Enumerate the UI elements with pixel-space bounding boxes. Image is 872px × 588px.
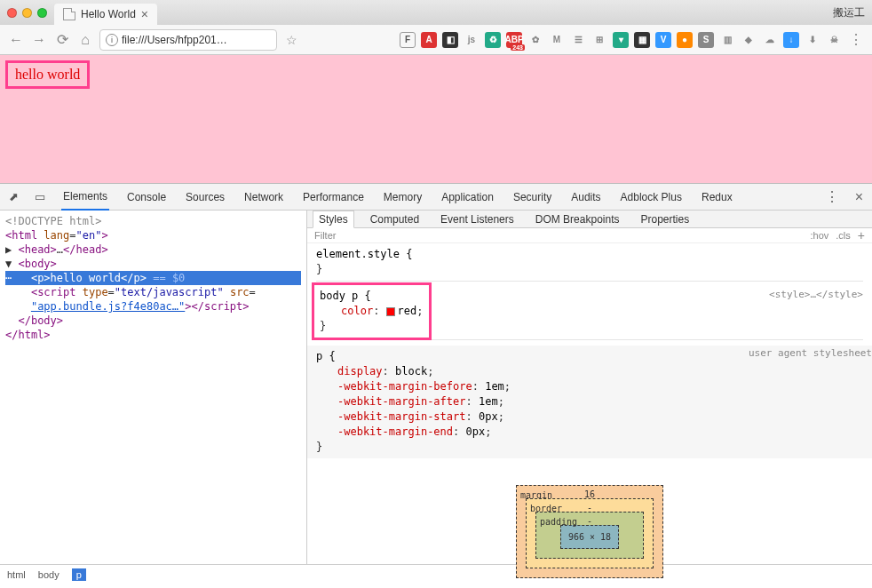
ext-icon[interactable]: js — [464, 32, 480, 48]
profile-label[interactable]: 搬运工 — [833, 5, 865, 20]
new-rule-icon[interactable]: + — [858, 228, 865, 242]
browser-toolbar: ← → ⟳ ⌂ i file:///Users/hfpp201… ☆ F A ◧… — [0, 25, 872, 55]
tab-adblock[interactable]: Adblock Plus — [619, 184, 684, 211]
devtools-panel: ⬈ ▭ Elements Console Sources Network Per… — [0, 183, 872, 584]
ext-icon[interactable]: V — [655, 32, 671, 48]
subtab-dom-breakpoints[interactable]: DOM Breakpoints — [530, 211, 625, 227]
elements-tree-pane[interactable]: <!DOCTYPE html> <html lang="en"> ▶ <head… — [0, 211, 307, 564]
rule-origin-ua: user agent stylesheet — [749, 346, 872, 361]
cls-toggle[interactable]: .cls — [836, 230, 851, 241]
color-swatch-icon[interactable] — [386, 307, 395, 316]
ext-icon[interactable]: S — [698, 32, 714, 48]
ext-icon[interactable]: ⊞ — [591, 32, 607, 48]
adblock-icon[interactable]: ABP — [506, 32, 522, 48]
body-close-node[interactable]: </body> — [5, 314, 301, 328]
site-info-icon[interactable]: i — [106, 34, 118, 46]
page-viewport: hello world — [0, 55, 872, 183]
script-src-node[interactable]: "app.bundle.js?f4e80ac…"></script> — [5, 299, 301, 314]
qr-icon[interactable]: ▦ — [634, 32, 650, 48]
ext-icon[interactable]: ☠ — [826, 32, 842, 48]
ext-icon[interactable]: ▥ — [719, 32, 735, 48]
subtab-event-listeners[interactable]: Event Listeners — [435, 211, 519, 227]
subtab-styles[interactable]: Styles — [313, 211, 354, 228]
ext-icon[interactable]: F — [400, 32, 416, 48]
ext-icon[interactable]: ◧ — [442, 32, 458, 48]
ext-icon[interactable]: ◆ — [741, 32, 757, 48]
extension-icons: F A ◧ js ♻ ABP ✿ M ☰ ⊞ ▾ ▦ V ● S ▥ ◆ ☁ ↓… — [400, 31, 865, 48]
ext-icon[interactable]: ♻ — [485, 32, 501, 48]
home-button[interactable]: ⌂ — [76, 32, 94, 48]
cloud-icon[interactable]: ☁ — [762, 32, 778, 48]
device-toggle-icon[interactable]: ▭ — [35, 190, 45, 203]
devtools-tabbar: ⬈ ▭ Elements Console Sources Network Per… — [0, 184, 872, 211]
user-agent-rule[interactable]: user agent stylesheet p { display: block… — [307, 346, 872, 458]
selected-p-node[interactable]: ⋯ <p>hello world</p> == $0 — [5, 271, 301, 285]
tab-performance[interactable]: Performance — [301, 184, 366, 211]
tab-title: Hello World — [81, 8, 136, 20]
crumb-body[interactable]: body — [38, 569, 59, 580]
tab-application[interactable]: Application — [440, 184, 495, 211]
tab-redux[interactable]: Redux — [700, 184, 734, 211]
ext-icon[interactable]: A — [421, 32, 437, 48]
hov-toggle[interactable]: :hov — [811, 230, 829, 241]
url-text: file:///Users/hfpp201… — [122, 34, 227, 46]
minimize-window-icon[interactable] — [22, 8, 32, 18]
crumb-p[interactable]: p — [72, 568, 86, 581]
doctype-node[interactable]: <!DOCTYPE html> — [5, 214, 301, 228]
window-controls — [7, 8, 47, 18]
browser-tab[interactable]: Hello World × — [54, 4, 157, 25]
body-open-node[interactable]: ▼ <body> — [5, 257, 301, 271]
back-button[interactable]: ← — [7, 32, 25, 48]
tab-security[interactable]: Security — [511, 184, 553, 211]
styles-subtabs: Styles Computed Event Listeners DOM Brea… — [307, 211, 872, 228]
tab-sources[interactable]: Sources — [184, 184, 226, 211]
devtools-menu-icon[interactable]: ⋮ — [825, 188, 839, 205]
close-tab-icon[interactable]: × — [141, 8, 148, 20]
forward-button: → — [30, 32, 48, 48]
html-close-node[interactable]: </html> — [5, 328, 301, 342]
subtab-computed[interactable]: Computed — [365, 211, 424, 227]
address-bar[interactable]: i file:///Users/hfpp201… — [99, 29, 277, 51]
subtab-properties[interactable]: Properties — [635, 211, 694, 227]
tab-audits[interactable]: Audits — [569, 184, 602, 211]
rule-origin[interactable]: <style>…</style> — [769, 287, 863, 302]
tab-elements[interactable]: Elements — [61, 184, 109, 211]
script-node[interactable]: <script type="text/javascript" src= — [5, 285, 301, 299]
tab-memory[interactable]: Memory — [382, 184, 424, 211]
hello-world-element[interactable]: hello world — [5, 60, 90, 89]
page-icon — [63, 8, 75, 20]
element-style-rule[interactable]: element.style { } — [316, 247, 863, 282]
ext-icon[interactable]: ● — [677, 32, 693, 48]
head-node[interactable]: ▶ <head>…</head> — [5, 242, 301, 257]
menu-icon[interactable]: ⋮ — [847, 31, 865, 48]
tab-network[interactable]: Network — [242, 184, 285, 211]
maximize-window-icon[interactable] — [37, 8, 47, 18]
download-icon[interactable]: ↓ — [783, 32, 799, 48]
html-node[interactable]: <html lang="en"> — [5, 228, 301, 242]
ext-icon[interactable]: ▾ — [613, 32, 629, 48]
bookmark-icon[interactable]: ☆ — [286, 33, 297, 47]
body-p-rule[interactable]: <style>…</style> body p { color: red; } — [316, 287, 863, 340]
styles-pane: Styles Computed Event Listeners DOM Brea… — [307, 211, 872, 564]
gmail-icon[interactable]: M — [549, 32, 565, 48]
styles-filter-input[interactable]: Filter — [314, 230, 336, 241]
browser-tabbar: Hello World × 搬运工 — [0, 0, 872, 25]
tab-console[interactable]: Console — [125, 184, 168, 211]
box-model[interactable]: margin 16 border - padding - 966 × 18 — [516, 485, 663, 578]
ext-icon[interactable]: ☰ — [570, 32, 586, 48]
crumb-html[interactable]: html — [7, 569, 26, 580]
inspect-icon[interactable]: ⬈ — [9, 190, 19, 203]
devtools-close-icon[interactable]: × — [855, 189, 863, 205]
ext-icon[interactable]: ⬇ — [805, 32, 820, 48]
ext-icon[interactable]: ✿ — [527, 32, 543, 48]
reload-button[interactable]: ⟳ — [53, 31, 71, 48]
close-window-icon[interactable] — [7, 8, 17, 18]
